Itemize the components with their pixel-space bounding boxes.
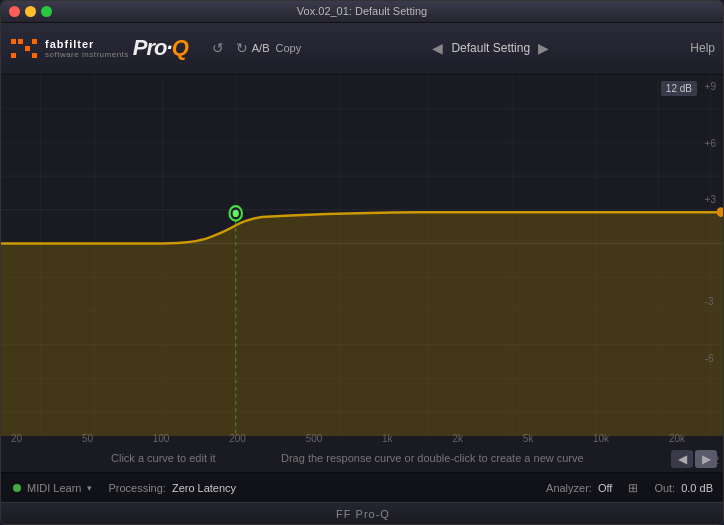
help-button[interactable]: Help [690, 41, 715, 55]
db-label: +6 [705, 138, 719, 149]
out-value: 0.0 dB [681, 482, 713, 494]
ab-controls: A/B Copy [252, 42, 301, 54]
preset-name: Default Setting [451, 41, 530, 55]
pixel [18, 53, 23, 58]
db-label: +9 [705, 81, 719, 92]
preset-area: ◀ Default Setting ▶ [301, 40, 680, 56]
brand-text-area: fabfilter software instruments [45, 38, 129, 59]
eq-display[interactable]: +9 +6 +3 -3 -6 -12 12 dB 20 50 100 200 5… [1, 75, 724, 472]
next-preset-button[interactable]: ▶ [538, 40, 549, 56]
pixel [18, 39, 23, 44]
redo-button[interactable]: ↻ [232, 38, 252, 58]
pixel [32, 53, 37, 58]
freq-label: 20 [11, 433, 22, 444]
pixel [25, 39, 30, 44]
pixel [25, 53, 30, 58]
freq-label: 1k [382, 433, 393, 444]
out-label: Out: [654, 482, 675, 494]
hint-right: Drag the response curve or double-click … [281, 452, 584, 464]
db-label: -6 [705, 353, 719, 364]
brand-name: fabfilter [45, 38, 129, 50]
prev-preset-button[interactable]: ◀ [432, 40, 443, 56]
freq-labels: 20 50 100 200 500 1k 2k 5k 10k 20k [1, 433, 695, 444]
plugin-header: fabfilter software instruments Pro·Q ↺ ↻… [1, 23, 724, 75]
analyzer-label: Analyzer: [546, 482, 592, 494]
pixel [32, 39, 37, 44]
maximize-button[interactable] [41, 6, 52, 17]
logo-area: fabfilter software instruments Pro·Q [11, 35, 188, 61]
brand-sub: software instruments [45, 50, 129, 59]
copy-button[interactable]: Copy [275, 42, 301, 54]
nav-arrows: ◀ ▶ [671, 450, 717, 468]
freq-label: 100 [153, 433, 170, 444]
app-label: FF Pro-Q [336, 508, 390, 520]
eq-svg [1, 75, 724, 472]
app-window: Vox.02_01: Default Setting [0, 0, 724, 525]
midi-indicator [13, 484, 21, 492]
freq-label: 2k [452, 433, 463, 444]
window-title: Vox.02_01: Default Setting [297, 5, 427, 17]
pixel [32, 46, 37, 51]
title-bar: Vox.02_01: Default Setting [1, 1, 723, 23]
db-label: +3 [705, 194, 719, 205]
midi-learn-group: MIDI Learn ▾ [13, 482, 92, 494]
db-labels: +9 +6 +3 -3 -6 -12 [705, 75, 719, 472]
hint-left: Click a curve to edit it [111, 452, 216, 464]
processing-label: Processing: [108, 482, 165, 494]
out-group: Out: 0.0 dB [654, 482, 713, 494]
svg-point-22 [233, 210, 239, 217]
midi-learn-dropdown[interactable]: ▾ [87, 483, 92, 493]
pixel [11, 46, 16, 51]
nav-right-button[interactable]: ▶ [695, 450, 717, 468]
pixel [11, 53, 16, 58]
header-controls: ↺ ↻ A/B Copy ◀ Default Setting ▶ Help [208, 38, 715, 58]
status-bar: MIDI Learn ▾ Processing: Zero Latency An… [1, 472, 724, 502]
midi-learn-label[interactable]: MIDI Learn [27, 482, 81, 494]
freq-label: 10k [593, 433, 609, 444]
analyzer-group: Analyzer: Off [546, 482, 612, 494]
plugin-container: fabfilter software instruments Pro·Q ↺ ↻… [1, 23, 724, 524]
processing-group: Processing: Zero Latency [108, 482, 236, 494]
processing-value[interactable]: Zero Latency [172, 482, 236, 494]
nav-left-button[interactable]: ◀ [671, 450, 693, 468]
close-button[interactable] [9, 6, 20, 17]
db-scale-badge[interactable]: 12 dB [661, 81, 697, 96]
copy-icon[interactable]: ⊞ [628, 481, 638, 495]
undo-redo-group: ↺ ↻ [208, 38, 252, 58]
analyzer-value[interactable]: Off [598, 482, 612, 494]
pixel [25, 46, 30, 51]
minimize-button[interactable] [25, 6, 36, 17]
freq-label: 200 [229, 433, 246, 444]
undo-button[interactable]: ↺ [208, 38, 228, 58]
traffic-lights [9, 6, 52, 17]
ab-label[interactable]: A/B [252, 42, 270, 54]
product-name: Pro·Q [133, 35, 188, 61]
freq-label: 500 [306, 433, 323, 444]
pixel [11, 39, 16, 44]
db-label: -3 [705, 296, 719, 307]
bottom-label: FF Pro-Q [1, 502, 724, 524]
freq-label: 5k [523, 433, 534, 444]
freq-label: 50 [82, 433, 93, 444]
pixel-logo [11, 39, 37, 58]
freq-label: 20k [669, 433, 685, 444]
pixel [18, 46, 23, 51]
